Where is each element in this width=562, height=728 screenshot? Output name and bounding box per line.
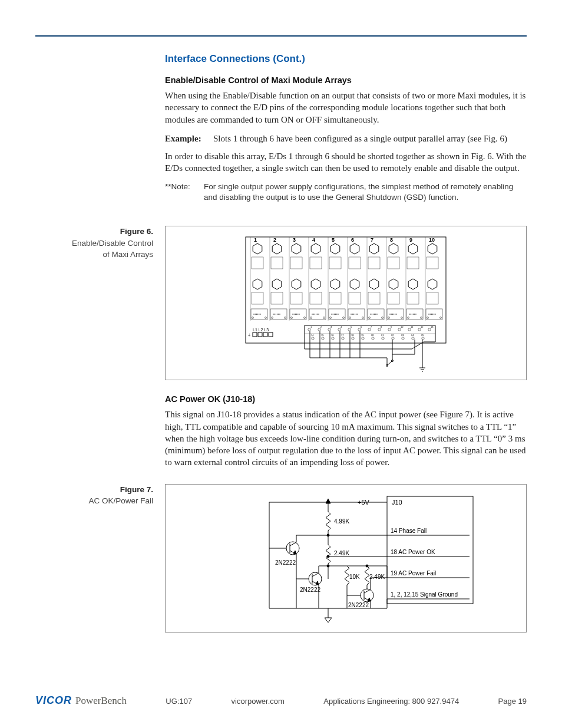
- paragraph-1: When using the Enable/Disable function o…: [165, 90, 527, 126]
- svg-text:17: 17: [341, 334, 344, 337]
- svg-point-69: [333, 314, 333, 315]
- svg-marker-20: [272, 279, 282, 289]
- svg-point-25: [276, 314, 276, 315]
- svg-point-75: [343, 317, 345, 319]
- svg-point-189: [342, 337, 344, 340]
- svg-marker-138: [428, 243, 437, 254]
- svg-text:18 AC Power OK: 18 AC Power OK: [391, 549, 435, 555]
- svg-rect-124: [407, 257, 419, 269]
- svg-rect-51: [310, 292, 322, 304]
- svg-point-149: [427, 317, 429, 319]
- svg-point-89: [349, 317, 351, 319]
- svg-point-45: [304, 317, 306, 319]
- figure7-diagram: +5V 4.99K 2.49K: [210, 490, 481, 626]
- svg-point-10: [256, 314, 257, 315]
- svg-text:14: 14: [311, 334, 314, 337]
- paragraph-2: In order to disable this array, E/Ds 1 t…: [165, 150, 527, 174]
- svg-point-179: [418, 328, 421, 331]
- svg-point-120: [401, 317, 403, 319]
- svg-point-104: [369, 317, 371, 319]
- svg-marker-93: [369, 243, 379, 254]
- svg-rect-155: [269, 332, 273, 337]
- svg-point-23: [273, 314, 273, 315]
- figure6-box: 12345678910 L1 L2 L3 ⏚ 1: [165, 226, 527, 380]
- svg-text:2N2222: 2N2222: [275, 559, 296, 566]
- svg-rect-154: [263, 332, 267, 337]
- footer-site: vicorpower.com: [232, 697, 285, 706]
- svg-text:19 AC Power Fail: 19 AC Power Fail: [391, 570, 436, 577]
- figure7-number: Figure 7.: [35, 484, 153, 496]
- svg-rect-96: [368, 292, 380, 304]
- figure7-box: +5V 4.99K 2.49K: [165, 484, 527, 633]
- svg-marker-80: [350, 279, 359, 289]
- svg-marker-140: [428, 279, 437, 289]
- svg-marker-18: [272, 243, 282, 254]
- svg-marker-35: [292, 279, 301, 289]
- svg-point-59: [310, 317, 312, 319]
- svg-rect-152: [253, 332, 257, 337]
- svg-marker-50: [311, 279, 320, 289]
- footer-doc-id: UG:107: [166, 697, 192, 706]
- svg-rect-6: [252, 292, 263, 304]
- svg-text:2N2222: 2N2222: [300, 587, 320, 593]
- svg-text:19: 19: [361, 334, 364, 337]
- svg-point-83: [351, 314, 351, 315]
- svg-marker-108: [389, 243, 398, 254]
- svg-marker-281: [325, 618, 332, 622]
- svg-point-70: [334, 314, 335, 315]
- svg-text:10K: 10K: [349, 574, 360, 580]
- svg-point-74: [330, 317, 332, 319]
- svg-point-147: [434, 314, 434, 315]
- svg-point-143: [428, 314, 429, 315]
- svg-rect-109: [388, 257, 399, 269]
- svg-text:J10: J10: [392, 499, 402, 506]
- svg-marker-65: [330, 279, 340, 289]
- figure7-caption-text: AC OK/Power Fail: [88, 496, 153, 505]
- svg-point-132: [414, 314, 415, 315]
- svg-text:25: 25: [421, 334, 424, 337]
- figure6-diagram: 12345678910 L1 L2 L3 ⏚ 1: [240, 232, 452, 374]
- svg-marker-48: [311, 243, 320, 254]
- svg-point-205: [422, 337, 424, 340]
- svg-text:2: 2: [320, 325, 322, 328]
- svg-point-145: [431, 314, 432, 315]
- svg-point-203: [412, 337, 414, 340]
- svg-point-201: [402, 337, 404, 340]
- svg-text:⏚: ⏚: [248, 332, 251, 337]
- svg-marker-125: [408, 279, 418, 289]
- svg-text:8: 8: [390, 237, 393, 243]
- svg-text:1: 1: [254, 237, 257, 243]
- svg-point-119: [388, 317, 390, 319]
- svg-text:8: 8: [381, 325, 382, 328]
- svg-line-240: [290, 542, 296, 546]
- svg-point-130: [412, 314, 412, 315]
- svg-point-41: [296, 314, 297, 315]
- svg-rect-36: [290, 292, 302, 304]
- svg-point-54: [313, 314, 314, 315]
- svg-point-100: [373, 314, 373, 315]
- svg-text:24: 24: [411, 334, 414, 337]
- svg-rect-126: [407, 292, 419, 304]
- svg-point-129: [411, 314, 411, 315]
- svg-point-42: [297, 314, 298, 315]
- svg-point-197: [382, 337, 384, 340]
- svg-point-105: [382, 317, 384, 319]
- svg-point-117: [395, 314, 395, 315]
- svg-point-44: [291, 317, 293, 319]
- svg-point-26: [277, 314, 277, 315]
- svg-point-85: [353, 314, 354, 315]
- example-label: Example:: [165, 133, 213, 144]
- svg-marker-242: [293, 551, 296, 554]
- svg-point-161: [328, 328, 330, 331]
- svg-rect-19: [271, 257, 283, 269]
- svg-point-90: [362, 317, 364, 319]
- svg-marker-123: [408, 243, 418, 254]
- svg-rect-81: [349, 292, 361, 304]
- svg-text:10: 10: [401, 325, 404, 328]
- svg-point-101: [374, 314, 375, 315]
- svg-text:2: 2: [273, 237, 276, 243]
- svg-text:16: 16: [331, 334, 334, 337]
- svg-text:2N2222: 2N2222: [348, 602, 369, 608]
- svg-text:7: 7: [371, 325, 372, 328]
- svg-point-9: [255, 314, 256, 315]
